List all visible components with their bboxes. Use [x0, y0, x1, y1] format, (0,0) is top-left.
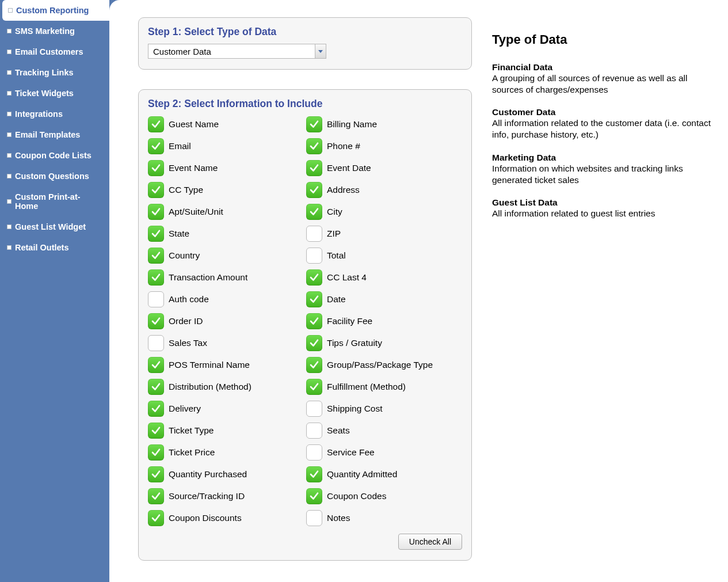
checkbox-row: Group/Pass/Package Type	[306, 356, 462, 374]
checkbox[interactable]	[148, 444, 164, 461]
checkbox-label: Distribution (Method)	[169, 382, 251, 392]
sidebar-item-label: Custom Questions	[15, 172, 89, 181]
info-column: Type of Data Financial DataA grouping of…	[492, 17, 722, 580]
checkbox-label: Coupon Discounts	[169, 513, 242, 523]
checkbox-label: Order ID	[169, 316, 203, 326]
checkbox[interactable]	[306, 226, 322, 242]
checkbox[interactable]	[306, 357, 322, 373]
checkbox-row: Distribution (Method)	[148, 378, 304, 395]
sidebar-item-retail-outlets[interactable]: Retail Outlets	[0, 237, 109, 258]
checkbox-label: Source/Tracking ID	[169, 491, 245, 501]
checkbox[interactable]	[148, 466, 164, 482]
checkbox[interactable]	[306, 313, 322, 329]
sidebar-item-custom-print-at-home[interactable]: Custom Print-at-Home	[0, 187, 109, 216]
sidebar-item-ticket-widgets[interactable]: Ticket Widgets	[0, 83, 109, 104]
checkbox[interactable]	[148, 226, 164, 242]
checkbox[interactable]	[306, 248, 322, 264]
sidebar-item-guest-list-widget[interactable]: Guest List Widget	[0, 216, 109, 237]
checkbox[interactable]	[306, 291, 322, 307]
checkbox-row: Date	[306, 291, 462, 308]
checkbox[interactable]	[306, 379, 322, 395]
sidebar-item-email-templates[interactable]: Email Templates	[0, 124, 109, 145]
checkbox-row: Phone #	[306, 138, 462, 155]
sidebar-item-custom-reporting[interactable]: Custom Reporting	[2, 0, 109, 21]
sidebar-bullet-icon	[7, 132, 12, 137]
checkbox[interactable]	[148, 182, 164, 198]
checkbox-label: Shipping Cost	[327, 404, 383, 414]
uncheck-all-button[interactable]: Uncheck All	[398, 534, 462, 550]
checkbox-grid: Guest NameBilling NameEmailPhone #Event …	[148, 116, 462, 527]
sidebar-item-email-customers[interactable]: Email Customers	[0, 41, 109, 62]
checkbox-label: Delivery	[169, 404, 201, 414]
checkbox-row: City	[306, 203, 462, 220]
checkbox-label: Quantity Purchased	[169, 469, 247, 480]
checkbox-row: Sales Tax	[148, 334, 304, 352]
sidebar-item-label: Custom Reporting	[16, 6, 89, 15]
checkbox[interactable]	[148, 138, 164, 154]
app-root: Custom ReportingSMS MarketingEmail Custo…	[0, 0, 728, 582]
checkbox[interactable]	[306, 335, 322, 351]
sidebar-bullet-icon	[7, 112, 12, 116]
checkbox-label: Seats	[327, 425, 350, 436]
checkbox[interactable]	[148, 401, 164, 417]
checkbox[interactable]	[306, 269, 322, 286]
sidebar-item-label: Retail Outlets	[15, 243, 68, 252]
checkbox-label: Fulfillment (Method)	[327, 382, 406, 392]
data-type-dropdown-button[interactable]	[315, 44, 326, 59]
checkbox-label: Event Name	[169, 163, 218, 173]
checkbox[interactable]	[306, 488, 322, 504]
checkbox[interactable]	[306, 466, 322, 482]
step1-title: Step 1: Select Type of Data	[148, 26, 462, 38]
checkbox[interactable]	[306, 204, 322, 220]
checkbox[interactable]	[306, 182, 322, 198]
checkbox[interactable]	[306, 138, 322, 154]
data-type-select[interactable]: Customer Data	[148, 44, 326, 59]
sidebar-item-label: SMS Marketing	[15, 26, 75, 36]
checkbox[interactable]	[148, 116, 164, 132]
sidebar: Custom ReportingSMS MarketingEmail Custo…	[0, 0, 109, 582]
info-block: Financial DataA grouping of all sources …	[492, 62, 711, 96]
checkbox-row: Auth code	[148, 291, 304, 308]
checkbox[interactable]	[306, 444, 322, 461]
checkbox[interactable]	[148, 335, 164, 351]
checkbox[interactable]	[148, 204, 164, 220]
checkbox[interactable]	[306, 160, 322, 176]
checkbox[interactable]	[148, 269, 164, 286]
checkbox[interactable]	[148, 291, 164, 307]
sidebar-bullet-icon	[7, 153, 12, 158]
checkbox-label: Event Date	[327, 163, 371, 173]
checkbox-row: CC Type	[148, 181, 304, 199]
checkbox-label: Total	[327, 250, 346, 261]
checkbox[interactable]	[148, 248, 164, 264]
sidebar-item-coupon-code-lists[interactable]: Coupon Code Lists	[0, 145, 109, 166]
info-heading: Financial Data	[492, 62, 711, 73]
checkbox-label: Billing Name	[327, 119, 377, 130]
checkbox[interactable]	[148, 423, 164, 439]
checkbox[interactable]	[306, 116, 322, 132]
checkbox[interactable]	[306, 510, 322, 526]
checkbox[interactable]	[148, 160, 164, 176]
checkbox-row: Notes	[306, 509, 462, 527]
sidebar-item-integrations[interactable]: Integrations	[0, 104, 109, 124]
checkbox-row: Billing Name	[306, 116, 462, 133]
checkbox-row: Order ID	[148, 313, 304, 330]
checkbox-row: Fulfillment (Method)	[306, 378, 462, 395]
checkbox-row: Quantity Purchased	[148, 466, 304, 483]
checkbox-label: Group/Pass/Package Type	[327, 360, 433, 370]
checkbox[interactable]	[148, 510, 164, 526]
checkbox-label: State	[169, 229, 189, 239]
main-column: Step 1: Select Type of Data Customer Dat…	[138, 17, 472, 580]
sidebar-item-label: Custom Print-at-Home	[15, 192, 102, 211]
checkbox-row: Guest Name	[148, 116, 304, 133]
sidebar-item-tracking-links[interactable]: Tracking Links	[0, 62, 109, 83]
checkbox[interactable]	[148, 379, 164, 395]
sidebar-item-sms-marketing[interactable]: SMS Marketing	[0, 21, 109, 41]
checkbox[interactable]	[148, 357, 164, 373]
sidebar-item-custom-questions[interactable]: Custom Questions	[0, 166, 109, 187]
checkbox[interactable]	[148, 488, 164, 504]
checkbox-row: Delivery	[148, 400, 304, 417]
checkbox[interactable]	[306, 401, 322, 417]
checkbox[interactable]	[148, 313, 164, 329]
checkbox[interactable]	[306, 423, 322, 439]
checkbox-row: Ticket Type	[148, 422, 304, 439]
